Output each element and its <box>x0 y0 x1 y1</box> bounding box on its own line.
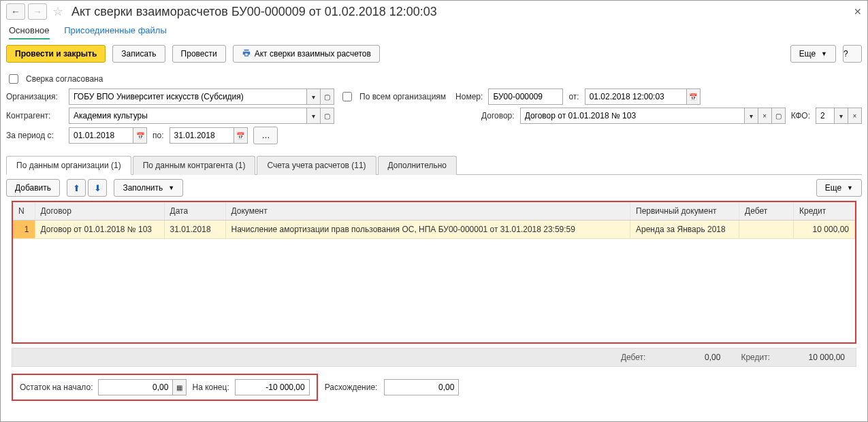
total-debit-label: Дебет: <box>621 353 646 362</box>
org-label: Организация: <box>6 92 63 101</box>
period-to-calendar-icon[interactable]: 📅 <box>234 127 248 144</box>
total-credit-label: Кредит: <box>741 353 770 362</box>
more-button[interactable]: Еще▼ <box>790 45 836 63</box>
balance-end-field[interactable] <box>235 379 310 395</box>
counterparty-label: Контрагент: <box>6 111 63 120</box>
subnav: Основное Присоединенные файлы <box>1 22 867 41</box>
favorite-star-icon[interactable]: ☆ <box>52 4 63 19</box>
balance-start-calc-icon[interactable]: ▦ <box>173 379 187 395</box>
contract-open-icon[interactable]: ▢ <box>772 108 786 124</box>
tab-accounts[interactable]: Счета учета расчетов (11) <box>257 156 376 175</box>
col-date[interactable]: Дата <box>164 202 225 221</box>
add-row-button[interactable]: Добавить <box>6 179 60 197</box>
number-label: Номер: <box>455 92 483 101</box>
cell-doc: Начисление амортизации прав пользования … <box>225 221 630 239</box>
subnav-attachments[interactable]: Присоединенные файлы <box>64 25 167 35</box>
total-debit-value: 0,00 <box>645 353 720 362</box>
contract-field[interactable] <box>520 108 745 124</box>
org-open-icon[interactable]: ▢ <box>321 88 334 105</box>
counterparty-field[interactable] <box>69 108 307 124</box>
counterparty-open-icon[interactable]: ▢ <box>321 108 334 124</box>
period-to-label: по: <box>152 131 164 140</box>
tab-additional[interactable]: Дополнительно <box>378 156 457 175</box>
date-field[interactable] <box>585 88 687 105</box>
kfo-clear-icon[interactable]: × <box>848 108 862 124</box>
help-button[interactable]: ? <box>843 45 862 63</box>
period-from-label: За период с: <box>6 131 63 140</box>
col-primary[interactable]: Первичный документ <box>630 202 739 221</box>
cell-contract: Договор от 01.01.2018 № 103 <box>35 221 164 239</box>
agreed-label: Сверка согласована <box>26 74 103 84</box>
cell-debit <box>739 221 794 239</box>
difference-field[interactable] <box>384 379 459 395</box>
totals-bar: Дебет:0,00 Кредит:10 000,00 <box>12 348 856 367</box>
nav-back-button[interactable]: ← <box>6 3 25 20</box>
number-field[interactable] <box>488 88 563 105</box>
contract-clear-icon[interactable]: × <box>758 108 772 124</box>
chevron-down-icon: ▼ <box>821 50 827 57</box>
close-icon[interactable]: ✕ <box>854 6 862 17</box>
data-grid: N Договор Дата Документ Первичный докуме… <box>12 201 856 344</box>
tab-counterparty-data[interactable]: По данным контрагента (1) <box>133 156 256 175</box>
tabs: По данным организации (1) По данным конт… <box>6 155 862 175</box>
cell-date: 31.01.2018 <box>164 221 225 239</box>
balance-start-field[interactable] <box>98 379 173 395</box>
cell-credit: 10 000,00 <box>794 221 855 239</box>
cell-n: 1 <box>13 221 35 239</box>
grid-more-button[interactable]: Еще▼ <box>816 179 862 197</box>
org-dropdown-icon[interactable]: ▾ <box>307 88 321 105</box>
org-field[interactable] <box>69 88 307 105</box>
agreed-checkbox[interactable] <box>9 74 18 84</box>
contract-label: Договор: <box>481 111 515 120</box>
grid-header-row: N Договор Дата Документ Первичный докуме… <box>13 202 855 221</box>
period-select-button[interactable]: … <box>253 127 278 144</box>
all-orgs-checkbox[interactable] <box>342 92 352 101</box>
period-to-field[interactable] <box>170 127 234 144</box>
date-calendar-icon[interactable]: 📅 <box>687 88 701 105</box>
subnav-main[interactable]: Основное <box>9 25 50 39</box>
balance-end-label: На конец: <box>192 383 229 392</box>
balance-highlight-box: Остаток на начало: ▦ На конец: <box>12 374 318 401</box>
cell-primary: Аренда за Январь 2018 <box>630 221 739 239</box>
post-and-close-button[interactable]: Провести и закрыть <box>6 45 106 63</box>
col-contract[interactable]: Договор <box>35 202 164 221</box>
difference-label: Расхождение: <box>325 383 378 392</box>
chevron-down-icon: ▼ <box>847 184 853 191</box>
save-button[interactable]: Записать <box>112 45 165 63</box>
period-from-field[interactable] <box>69 127 133 144</box>
tab-org-data[interactable]: По данным организации (1) <box>6 156 131 175</box>
col-document[interactable]: Документ <box>225 202 630 221</box>
col-n[interactable]: N <box>13 202 35 221</box>
col-debit[interactable]: Дебет <box>739 202 794 221</box>
print-button-label: Акт сверки взаимных расчетов <box>255 49 371 59</box>
move-down-button[interactable]: ⬇ <box>88 179 107 197</box>
balance-start-label: Остаток на начало: <box>20 383 93 392</box>
contract-dropdown-icon[interactable]: ▾ <box>745 108 758 124</box>
counterparty-dropdown-icon[interactable]: ▾ <box>307 108 321 124</box>
total-credit-value: 10 000,00 <box>770 353 845 362</box>
page-title: Акт сверки взаиморасчетов БУ00-000009 от… <box>71 5 437 19</box>
printer-icon <box>242 48 251 60</box>
table-row[interactable]: 1 Договор от 01.01.2018 № 103 31.01.2018… <box>13 221 855 239</box>
all-orgs-label: По всем организациям <box>359 92 446 101</box>
kfo-field[interactable] <box>816 108 835 124</box>
period-from-calendar-icon[interactable]: 📅 <box>133 127 147 144</box>
post-button[interactable]: Провести <box>172 45 226 63</box>
col-credit[interactable]: Кредит <box>794 202 855 221</box>
chevron-down-icon: ▼ <box>168 184 174 191</box>
move-up-button[interactable]: ⬆ <box>67 179 86 197</box>
fill-button[interactable]: Заполнить▼ <box>114 179 183 197</box>
date-label: от: <box>568 92 579 101</box>
kfo-dropdown-icon[interactable]: ▾ <box>835 108 848 124</box>
nav-forward-button[interactable]: → <box>28 3 47 20</box>
kfo-label: КФО: <box>791 111 810 120</box>
print-button[interactable]: Акт сверки взаимных расчетов <box>233 45 380 63</box>
